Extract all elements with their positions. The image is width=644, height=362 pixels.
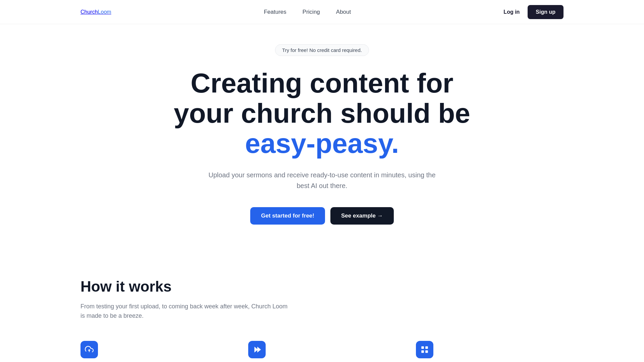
features-grid: Upload with Ease Simply upload the audio… [80,341,564,362]
svg-rect-3 [425,346,428,349]
share-icon [420,345,429,354]
fast-forward-icon-container [248,341,266,358]
logo-church: Church [80,9,98,15]
login-button[interactable]: Log in [503,9,520,15]
hero-buttons: Get started for free! See example → [250,207,393,225]
signup-button[interactable]: Sign up [528,5,564,19]
upload-icon-container [80,341,98,358]
nav-links: Features Pricing About [264,9,351,15]
get-started-button[interactable]: Get started for free! [250,207,325,225]
svg-rect-2 [421,346,424,349]
hero-subtitle: Upload your sermons and receive ready-to… [208,170,436,191]
how-heading: How it works [80,278,564,295]
feature-turnaround: Quick Turnaround Receive a full transcri… [248,341,396,362]
nav-pricing-link[interactable]: Pricing [303,9,320,15]
navbar: ChurchLoom Features Pricing About Log in… [0,0,644,24]
feature-share: Ready to Share Take that content and spr… [416,341,564,362]
hero-title-highlight: easy-peasy. [245,128,399,159]
svg-rect-4 [421,350,424,353]
fast-forward-icon [253,345,261,354]
share-icon-container [416,341,433,358]
hero-badge: Try for free! No credit card required. [275,44,369,56]
logo[interactable]: ChurchLoom [80,9,111,15]
hero-title: Creating content for your church should … [171,68,473,159]
upload-cloud-icon [85,345,94,354]
how-it-works-section: How it works From testing your first upl… [0,251,644,362]
nav-about-link[interactable]: About [336,9,351,15]
feature-upload: Upload with Ease Simply upload the audio… [80,341,228,362]
svg-marker-1 [257,347,261,352]
hero-section: Try for free! No credit card required. C… [0,24,644,251]
nav-features-link[interactable]: Features [264,9,286,15]
logo-loom: Loom [98,9,111,15]
hero-title-part1: Creating content for your church should … [174,68,470,128]
how-description: From testing your first upload, to comin… [80,302,288,321]
see-example-button[interactable]: See example → [330,207,394,225]
svg-rect-5 [425,350,428,353]
nav-auth: Log in Sign up [503,5,564,19]
